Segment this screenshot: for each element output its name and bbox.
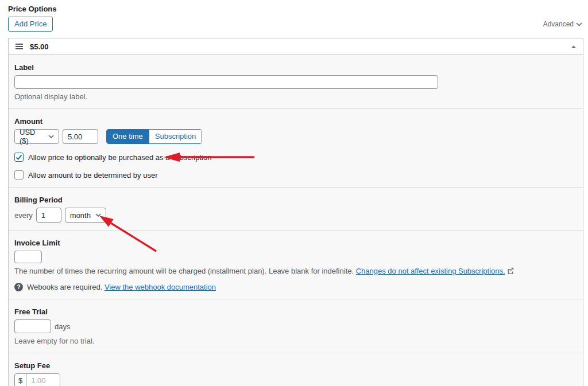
free-trial-section: Free Trial days Leave empty for no trial… <box>9 299 583 353</box>
invoice-limit-section: Invoice Limit The number of times the re… <box>9 231 583 299</box>
billing-period-select-value: month <box>70 211 91 220</box>
days-suffix-label: days <box>55 322 70 331</box>
toolbar: Add Price Advanced <box>8 17 583 33</box>
billing-interval-input[interactable] <box>36 208 61 223</box>
subscription-optional-checkbox-row: Allow price to optionally be purchased a… <box>14 153 577 162</box>
external-link-icon <box>507 267 514 274</box>
invoice-limit-help: The number of times the recurring amount… <box>14 267 577 275</box>
currency-symbol-prefix: $ <box>15 374 26 386</box>
chevron-down-icon <box>576 22 582 26</box>
amount-controls-row: USD ($) One time Subscription <box>14 129 577 144</box>
invoice-limit-field-label: Invoice Limit <box>14 239 577 247</box>
advanced-toggle[interactable]: Advanced <box>543 20 582 28</box>
free-trial-row: days <box>14 319 577 333</box>
setup-fee-section: Setup Fee $ Additional amount to add to … <box>9 353 583 386</box>
amount-section: Amount USD ($) One time Subscription <box>9 109 583 188</box>
label-field-label: Label <box>14 63 577 72</box>
setup-fee-field-label: Setup Fee <box>14 361 577 370</box>
page-title: Price Options <box>8 5 583 13</box>
setup-fee-group: $ <box>14 373 60 386</box>
subscription-optional-checkbox[interactable] <box>14 153 24 162</box>
label-section: Label Optional display label. <box>9 55 583 109</box>
custom-amount-label: Allow amount to be determined by user <box>28 171 157 180</box>
amount-input[interactable] <box>63 129 98 144</box>
free-trial-input[interactable] <box>14 319 51 333</box>
purchase-type-toggle: One time Subscription <box>106 129 202 144</box>
currency-select-value: USD ($) <box>20 128 44 145</box>
advanced-label: Advanced <box>543 20 574 28</box>
invoice-limit-help-text: The number of times the recurring amount… <box>14 267 356 275</box>
amount-field-label: Amount <box>14 117 577 126</box>
billing-period-section: Billing Period every month <box>9 188 583 231</box>
subscriptions-link[interactable]: Changes do not affect existing Subscript… <box>356 267 505 275</box>
label-input[interactable] <box>14 75 438 89</box>
billing-period-row: every month <box>14 208 577 223</box>
label-help-text: Optional display label. <box>14 92 577 101</box>
invoice-limit-input[interactable] <box>14 251 42 263</box>
free-trial-field-label: Free Trial <box>14 307 577 316</box>
add-price-button[interactable]: Add Price <box>8 17 53 32</box>
billing-period-field-label: Billing Period <box>14 196 577 204</box>
setup-fee-input[interactable] <box>26 374 60 386</box>
price-options-page: Price Options Add Price Advanced $5.00 L… <box>0 0 588 386</box>
price-option-panel: $5.00 Label Optional display label. Amou… <box>8 38 583 386</box>
price-option-header[interactable]: $5.00 <box>9 38 583 55</box>
webhook-note-row: ? Webooks are required. View the webhook… <box>14 283 577 291</box>
drag-handle-icon[interactable] <box>16 44 23 49</box>
chevron-down-icon <box>48 135 54 138</box>
custom-amount-checkbox[interactable] <box>14 170 24 180</box>
one-time-button[interactable]: One time <box>107 130 149 143</box>
help-icon: ? <box>14 283 23 291</box>
custom-amount-checkbox-row: Allow amount to be determined by user <box>14 170 577 180</box>
webhook-doc-link[interactable]: View the webhook documentation <box>105 283 216 291</box>
every-label: every <box>14 211 33 220</box>
billing-period-select[interactable]: month <box>65 208 106 223</box>
chevron-down-icon <box>95 213 101 217</box>
subscription-optional-label: Allow price to optionally be purchased a… <box>28 153 211 162</box>
free-trial-help: Leave empty for no trial. <box>14 337 577 345</box>
collapse-icon[interactable] <box>571 45 576 48</box>
check-icon <box>16 154 22 160</box>
subscription-button[interactable]: Subscription <box>149 130 202 143</box>
price-header-amount: $5.00 <box>30 42 49 51</box>
webhook-note-text: Webooks are required. <box>27 283 105 291</box>
currency-select[interactable]: USD ($) <box>14 129 59 144</box>
